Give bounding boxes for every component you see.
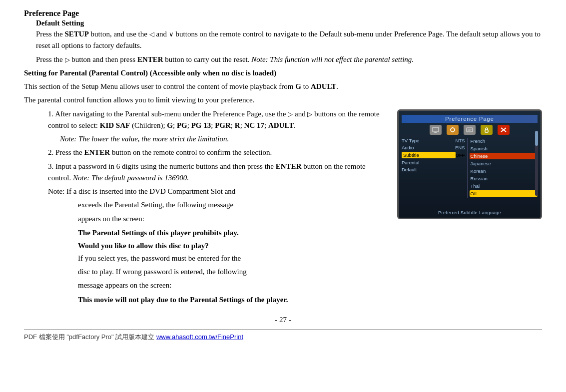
tri-right-sm-icon: ▷ (288, 109, 293, 119)
g-bold: G (295, 82, 301, 90)
list1-r: R (235, 121, 240, 129)
enter-bold: ENTER (137, 55, 163, 63)
to-text: to (301, 82, 311, 90)
section1-para2: Press the ▷ button and then press ENTER … (36, 54, 542, 65)
list2-text1: Press the (53, 148, 84, 156)
press-text2: Press the (36, 55, 65, 63)
section2-title: Setting for Parental (Parental Control) … (24, 67, 542, 79)
tv-bottom-label: Preferred Subtitle Language (399, 210, 541, 215)
list1-t4: ; (187, 121, 191, 129)
section1-title: Default Setting (36, 19, 542, 27)
list3-enter: ENTER (276, 162, 302, 170)
list-item-1: 1. After navigating to the Parental sub-… (48, 108, 542, 132)
note-italic: Note: This function will not effect the … (251, 55, 414, 63)
tv-scrollbar-thumb (535, 131, 538, 146)
main-title: Preference Page (24, 9, 542, 18)
list1-t2: (Children); (130, 121, 167, 129)
note-text2: disc to play. If wrong password is enter… (78, 266, 542, 278)
list1-note-italic: Note: The lower the value, the more stri… (60, 135, 229, 143)
page-number: - 27 - (24, 316, 542, 324)
list2-enter: ENTER (84, 148, 110, 156)
list1-nc17: NC 17 (244, 121, 264, 129)
tv-right-off: Off (470, 190, 538, 197)
list1-adult: ADULT (268, 121, 294, 129)
list1-text1: After navigating to the Parental sub-men… (53, 110, 288, 118)
list1-g: G (167, 121, 173, 129)
list1-t8: ; (264, 121, 268, 129)
tri-right2-icon: ▷ (307, 109, 312, 119)
tri-right-icon: ▷ (65, 55, 70, 65)
para1b: button, and use the (89, 30, 149, 38)
bold-msg3: This movie will not play due to the Pare… (78, 294, 542, 306)
list1-t3: ; (173, 121, 177, 129)
footer-text: PDF 檔案使用 "pdfFactory Pro" 試用版本建立 (24, 333, 156, 341)
list1-text2: and (293, 110, 307, 118)
bold-msg2: Would you like to allow this disc to pla… (78, 240, 542, 252)
list1-t6: ; (231, 121, 235, 129)
tv-val-tvtype: NTS (456, 138, 465, 143)
section2-p1-text: This section of the Setup Menu allows us… (24, 82, 295, 90)
footer-link[interactable]: www.ahasoft.com.tw/FinePrint (156, 333, 243, 341)
list3-num: 3. (48, 162, 53, 170)
para1-end: . (336, 82, 338, 90)
list3-note: Note: The default password is 136900. (73, 174, 189, 182)
and-text: and (154, 30, 169, 38)
content-area: Preference Page (24, 108, 542, 307)
section2-title-bold: Setting for Parental (Parental Control) (24, 69, 148, 77)
section2-title-normal: (Accessible only when no disc is loaded) (148, 69, 276, 77)
chevron-down-icon: ∨ (169, 29, 174, 39)
para2c: button to carry out the reset. (163, 55, 252, 63)
list2-text2: button on the remote control to confirm … (110, 148, 272, 156)
note-text1: If you select yes, the password must be … (78, 253, 542, 264)
list1-t7: ; (240, 121, 244, 129)
para2b: button and then press (70, 55, 137, 63)
tri-left-icon: ◁ (149, 29, 154, 39)
press-text: Press the (36, 30, 65, 38)
list-item-3: 3. Input a password in 6 digits using th… (48, 161, 542, 184)
footer: PDF 檔案使用 "pdfFactory Pro" 試用版本建立 www.aha… (24, 329, 542, 342)
list1-pg13: PG 13 (191, 121, 211, 129)
list1-num: 1. (48, 110, 53, 118)
tv-label-tvtype: TV Type (402, 138, 456, 143)
note-text3: message appears on the screen: (78, 280, 542, 291)
list3-text1: Input a password in 6 digits using the n… (53, 162, 276, 170)
section1-para1: Press the SETUP button, and use the ◁ an… (36, 28, 542, 52)
page-wrapper: Preference Page Default Setting Press th… (0, 0, 566, 347)
list1-pg: PG (177, 121, 187, 129)
tv-right-french: French (470, 138, 538, 144)
section2-para2: The parental control function allows you… (24, 94, 542, 106)
list-item-2: 2. Press the ENTER button on the remote … (48, 147, 542, 158)
list1-t9: . (294, 121, 296, 129)
section2-para1: This section of the Setup Menu allows us… (24, 81, 542, 92)
list1-pgr: PGR (215, 121, 231, 129)
list1-t5: ; (211, 121, 215, 129)
adult-bold: ADULT (311, 82, 336, 90)
list2-num: 2. (48, 148, 53, 156)
tv-row-tvtype: TV Type NTS (402, 138, 465, 143)
kidsaf-bold: KID SAF (100, 121, 130, 129)
setup-bold: SETUP (65, 30, 89, 38)
bold-msg1: The Parental Settings of this player pro… (78, 227, 542, 239)
